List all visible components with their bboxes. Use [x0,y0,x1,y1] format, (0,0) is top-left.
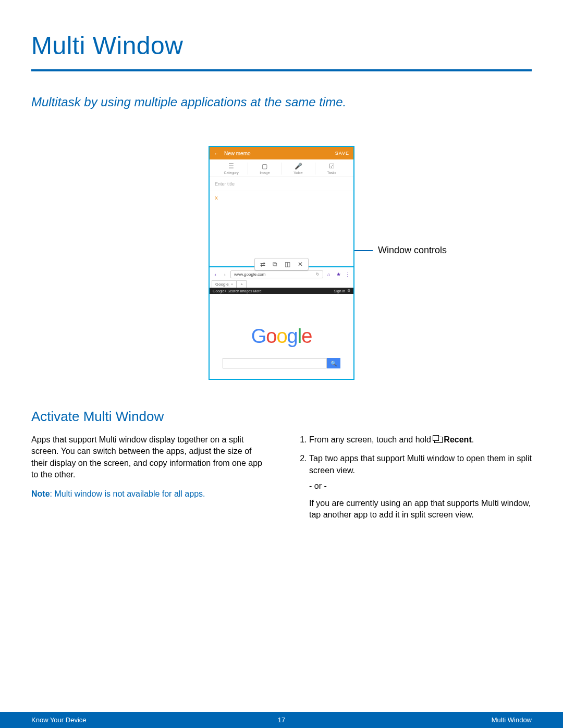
search-button[interactable]: 🔍 [327,358,340,368]
step-bold: Recent [444,435,471,444]
step-text: From any screen, touch and hold [309,435,433,444]
device-screenshot: ← New memo SAVE ☰Category ▢Image 🎤Voice … [209,146,354,380]
section-body: Apps that support Multi window display t… [31,434,268,481]
column-right: From any screen, touch and hold Recent. … [295,434,532,528]
step-text: Tap two apps that support Multi window t… [309,454,532,474]
search-row: 🔍 [215,358,348,368]
image-icon: ▢ [249,163,280,170]
memo-toolbar: ☰Category ▢Image 🎤Voice ☑Tasks [210,159,353,177]
tool-image[interactable]: ▢Image [248,163,282,175]
google-page: Google 🔍 [210,294,353,379]
footer-right: Multi Window [492,716,532,724]
move-icon[interactable]: ⧉ [273,261,277,268]
mic-icon: 🎤 [283,163,314,170]
column-left: Apps that support Multi window display t… [31,434,268,528]
or-divider: - or - [309,480,532,492]
nav-forward-icon[interactable]: › [221,272,228,278]
recent-icon [434,437,443,443]
url-bar[interactable]: www.google.com ↻ [230,270,323,278]
tab-close-icon[interactable]: × [231,282,234,287]
page-footer: Know Your Device 17 Multi Window [0,712,563,728]
callout-label: Window controls [378,245,447,256]
tool-label: Category [224,171,238,175]
search-input[interactable] [223,358,327,368]
tool-label: Tasks [327,171,336,175]
memo-body: Enter title X [210,177,353,254]
note-line: Note: Multi window is not available for … [31,488,268,500]
bookmark-icon[interactable]: ★ [335,272,342,277]
controls-box: ⇄ ⧉ ◫ ✕ [254,258,309,270]
home-icon[interactable]: ⌂ [325,272,333,277]
step-2: Tap two apps that support Multi window t… [309,453,532,521]
more-icon[interactable]: ⋮ [344,272,351,277]
google-logo: Google [215,325,348,348]
step-1: From any screen, touch and hold Recent. [309,434,532,446]
close-icon[interactable]: ✕ [298,261,303,268]
content-columns: Apps that support Multi window display t… [31,434,532,528]
tool-label: Image [260,171,270,175]
tab-add[interactable]: + [237,280,247,288]
search-icon: 🔍 [331,361,337,366]
nav-back-icon[interactable]: ‹ [212,272,219,278]
tool-voice[interactable]: 🎤Voice [282,163,315,175]
window-controls: ⇄ ⧉ ◫ ✕ [210,254,353,266]
save-button[interactable]: SAVE [335,151,349,156]
steps-list: From any screen, touch and hold Recent. … [295,434,532,521]
footer-page-number: 17 [278,716,285,724]
memo-header-title: New memo [224,151,335,156]
signin-link[interactable]: Sign in [334,289,345,293]
page-title: Multi Window [31,31,532,60]
tool-label: Voice [294,171,303,175]
refresh-icon[interactable]: ↻ [316,272,320,277]
google-nav-links[interactable]: Google+ Search Images More [213,289,262,293]
intro-text: Multitask by using multiple applications… [31,95,532,109]
step-text: . [472,435,474,444]
note-text: : Multi window is not available for all … [50,489,205,498]
check-icon: ☑ [316,163,347,170]
figure-area: Window controls ← New memo SAVE ☰Categor… [31,146,532,380]
browser-tabs: Google × + [212,280,351,288]
tab-label: Google [215,282,229,287]
memo-content[interactable]: X [210,191,353,254]
tool-tasks[interactable]: ☑Tasks [315,163,348,175]
list-icon: ☰ [216,163,247,170]
swap-icon[interactable]: ⇄ [260,261,265,268]
step-text: If you are currently using an app that s… [309,499,531,519]
memo-header: ← New memo SAVE [210,147,353,159]
title-input[interactable]: Enter title [210,177,353,191]
tool-category[interactable]: ☰Category [215,163,248,175]
browser-nav: ‹ › www.google.com ↻ ⌂ ★ ⋮ [212,270,351,278]
url-text: www.google.com [234,272,265,277]
back-icon[interactable]: ← [214,151,219,156]
google-nav-bar: Google+ Search Images More Sign in ⚙ [210,288,353,294]
title-rule [31,69,532,71]
footer-left: Know Your Device [31,716,87,724]
note-label: Note [31,489,50,498]
section-heading: Activate Multi Window [31,409,532,425]
gear-icon[interactable]: ⚙ [347,289,350,293]
browser-tab[interactable]: Google × [212,280,237,288]
resize-icon[interactable]: ◫ [285,261,290,268]
